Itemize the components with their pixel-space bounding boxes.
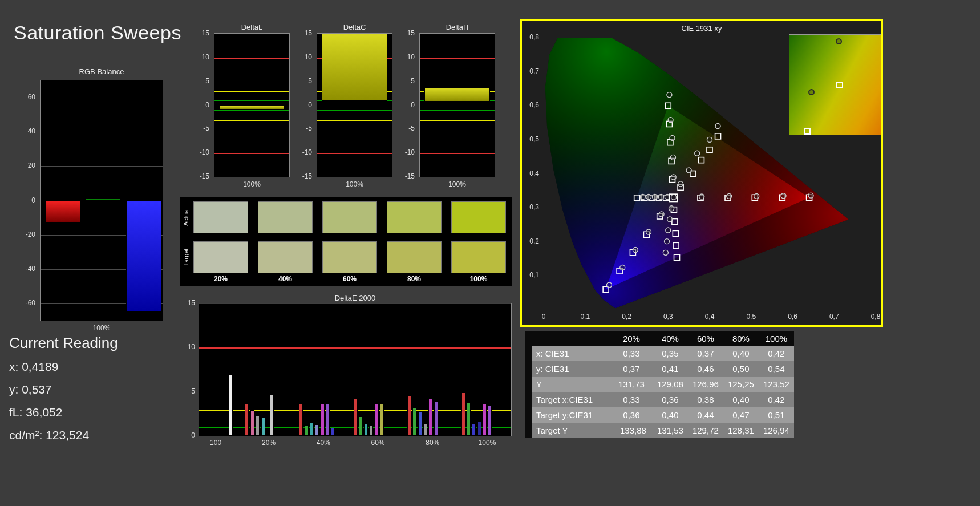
limit-line-green [317, 110, 392, 111]
cie-1931-chart[interactable]: CIE 1931 xy 0,80,70,60,50,40,30,20,1 [520, 19, 883, 327]
limit-line-red [214, 58, 289, 59]
swatch-col-label: 20% [193, 275, 248, 283]
x-tick-label: 0,2 [618, 313, 636, 321]
delta-e-bar [229, 374, 233, 436]
delta-e-bar [412, 408, 416, 436]
swatch-target-60% [322, 241, 377, 273]
x-tick-label: 0,1 [576, 313, 594, 321]
delta-h-x-label: 100% [419, 180, 495, 188]
delta-e-bar [261, 418, 265, 436]
y-tick-label: 20 [21, 161, 35, 169]
table-cell: 0,42 [759, 392, 794, 407]
measured-circle [678, 181, 683, 187]
table-header-cell: 60% [688, 331, 723, 346]
table-header-cell: 80% [723, 331, 759, 346]
rgb-balance-chart[interactable]: RGB Balance 6040200-20-40-60 100% [23, 67, 165, 337]
table-cell: 0,33 [614, 392, 653, 407]
y-tick-label: -10 [196, 148, 209, 156]
measured-circle [667, 92, 672, 98]
cie-y-axis: 0,80,70,60,50,40,30,20,1 [522, 38, 541, 310]
table-row-label: Target x:CIE31 [528, 392, 614, 407]
measured-circle [671, 175, 676, 180]
swatch-actual-80% [387, 201, 442, 233]
y-tick-label: 10 [298, 53, 312, 61]
limit-line-yellow [214, 91, 289, 92]
delta-c-plot [317, 33, 392, 177]
limit-line-green [420, 110, 495, 111]
grid-line [41, 98, 163, 98]
y-tick-label: 0,7 [520, 67, 539, 75]
x-tick-label: 40% [312, 439, 335, 447]
rgb-bar-green [86, 198, 121, 201]
x-tick-label: 100 [204, 439, 227, 447]
limit-line-yellow [214, 120, 289, 121]
swatch-col-label: 60% [322, 275, 377, 283]
table-cell: 0,37 [688, 346, 723, 361]
y-tick-label: 0,2 [520, 237, 539, 245]
limit-line-green [214, 100, 289, 101]
table-cell: 0,33 [614, 346, 653, 361]
limit-line-yellow [420, 120, 495, 121]
delta-e-bar [418, 412, 422, 436]
measured-circle [667, 217, 673, 222]
y-tick-label: -15 [298, 172, 312, 180]
delta-h-chart[interactable]: DeltaH 151050-5-10-15 100% [403, 23, 497, 194]
measured-circle [670, 135, 675, 140]
x-tick-label: 100% [476, 439, 499, 447]
swatch-col-label: 100% [451, 275, 506, 283]
grid-line [317, 129, 392, 129]
current-reading-heading: Current Reading [9, 334, 118, 352]
delta-e-bar [461, 392, 465, 436]
measured-circle [699, 194, 704, 199]
delta-e-bar [359, 416, 363, 436]
table-header-cell [528, 331, 614, 346]
rgb-balance-y-axis: 6040200-20-40-60 [23, 80, 38, 321]
x-tick-label: 0 [534, 313, 553, 321]
y-tick-label: -60 [21, 299, 35, 307]
y-tick-label: -15 [196, 172, 209, 180]
swatch-col-label: 80% [387, 275, 442, 283]
x-tick-label: 0,7 [825, 313, 843, 321]
y-tick-label: 10 [401, 53, 415, 61]
table-row: Target x:CIE310,330,360,380,400,42 [528, 392, 794, 407]
limit-line-yellow [317, 120, 392, 121]
table-row: Y131,73129,08126,96125,25123,52 [528, 377, 794, 392]
limit-line-red [214, 153, 289, 154]
table-cell: 128,31 [723, 423, 759, 438]
measured-circle [633, 248, 638, 253]
measured-circle [659, 212, 664, 217]
grid-line [420, 129, 495, 129]
current-reading: Current Reading x: 0,4189 y: 0,537 fL: 3… [9, 334, 118, 451]
swatch-target-80% [387, 241, 442, 273]
y-tick-label: 5 [298, 77, 312, 85]
delta-e-bar [407, 396, 411, 436]
reading-cdm2: cd/m²: 123,524 [9, 428, 118, 442]
swatch-actual-60% [322, 201, 377, 233]
delta-e-bar [299, 404, 303, 436]
delta-bar [219, 106, 285, 110]
y-tick-label: 60 [21, 93, 35, 101]
rgb-bar-blue [126, 201, 161, 312]
rgb-balance-plot [40, 80, 163, 321]
y-tick-label: 0 [298, 101, 312, 109]
measured-circle [620, 265, 625, 270]
measured-circle [707, 137, 712, 142]
x-tick-label: 0,5 [742, 313, 760, 321]
y-tick-label: -5 [298, 124, 312, 132]
delta-e-bar [477, 422, 481, 436]
measurement-table: 20%40%60%80%100%x: CIE310,330,350,370,40… [525, 331, 797, 438]
swatch-panel[interactable]: Actual Target 20%40%60%80%100% [180, 197, 512, 286]
reading-x: x: 0,4189 [9, 360, 118, 374]
y-tick-label: 0,5 [520, 135, 539, 143]
delta-e-y-axis: 151050 [181, 303, 197, 436]
table-row: x: CIE310,330,350,370,400,42 [528, 346, 794, 361]
table-cell: 125,25 [723, 377, 759, 392]
y-tick-label: 15 [298, 29, 312, 37]
delta-l-plot [214, 33, 290, 177]
delta-l-chart[interactable]: DeltaL 151050-5-10-15 100% [198, 23, 291, 194]
grid-line [41, 166, 163, 167]
delta-e-2000-chart[interactable]: DeltaE 2000 151050 10020%40%60%80%100% [181, 294, 513, 449]
delta-c-chart[interactable]: DeltaC 151050-5-10-15 100% [301, 23, 394, 194]
table-cell: 131,73 [614, 377, 653, 392]
table-cell: 0,51 [759, 407, 794, 423]
